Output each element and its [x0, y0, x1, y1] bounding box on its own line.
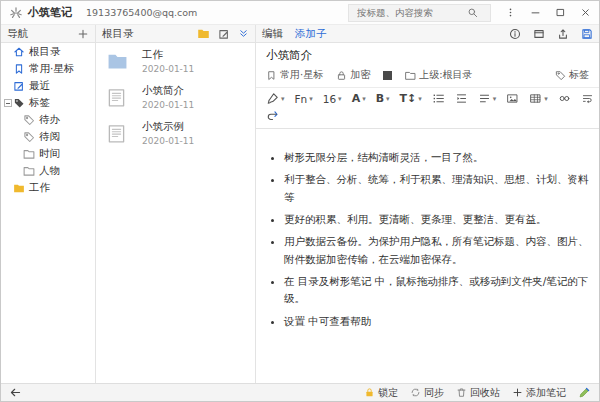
wrap-button[interactable]	[581, 92, 594, 105]
sidebar: 导航 根目录 常用·星标 最近 标签 待办 待阅 时间 人物	[1, 25, 96, 383]
new-note-icon[interactable]	[218, 28, 230, 40]
note-bullet: 利于整合、分析、统筹，利于积累、理清知识、思想、计划、资料等	[284, 171, 591, 206]
editor-panel: 编辑 添加子 小筑简介 常用·星标 加密	[256, 25, 599, 383]
insert-table-button[interactable]	[529, 92, 548, 105]
collapse-all-icon[interactable]	[238, 28, 249, 39]
file-item-date: 2020-01-11	[142, 64, 194, 74]
font-color-label: A	[352, 92, 361, 105]
maximize-icon[interactable]	[555, 7, 566, 18]
doc-icon	[104, 120, 134, 146]
note-meta-row: 常用·星标 加密 上级:根目录 标签	[256, 66, 599, 88]
note-bullet: 在 目录及树形笔记 中，鼠标拖动排序、或移动到文件夹/笔记的下级。	[284, 273, 591, 308]
note-bullet: 树形无限分层，结构清晰灵活，一目了然。	[284, 149, 591, 166]
bold-button[interactable]: B	[376, 92, 390, 105]
font-family-label: Fn	[295, 93, 308, 105]
file-list-item[interactable]: 工作 2020-01-11	[96, 43, 255, 79]
font-size-label: 16	[323, 93, 336, 105]
lock-outline-icon	[336, 70, 347, 81]
sidebar-item[interactable]: 时间	[1, 145, 95, 162]
edit-mode-label: 编辑	[262, 27, 283, 41]
app-title: 小筑笔记	[28, 5, 72, 20]
heading-button[interactable]: T↕	[400, 92, 422, 105]
info-icon[interactable]	[509, 28, 521, 40]
window-layout-icon[interactable]	[533, 28, 545, 40]
sidebar-item[interactable]: 人物	[1, 162, 95, 179]
search-box[interactable]	[348, 4, 491, 22]
insert-image-button[interactable]	[506, 92, 519, 105]
sidebar-header: 导航	[1, 25, 95, 43]
save-icon[interactable]	[581, 28, 593, 40]
align-button[interactable]	[478, 92, 497, 105]
sidebar-title: 导航	[7, 27, 28, 41]
parent-link[interactable]: 上级:根目录	[405, 68, 472, 82]
menu-kebab-icon[interactable]	[505, 7, 516, 18]
bookmark-icon	[266, 70, 277, 81]
caret-down-icon	[281, 95, 285, 103]
back-icon[interactable]	[9, 386, 22, 399]
tags-icon	[13, 97, 25, 109]
caret-down-icon	[338, 95, 342, 103]
font-family-button[interactable]: Fn	[295, 93, 313, 105]
search-input[interactable]	[355, 6, 467, 19]
sidebar-item[interactable]: 工作	[1, 179, 95, 196]
sync-label: 同步	[424, 386, 444, 400]
sidebar-item[interactable]: 标签	[1, 94, 95, 111]
file-list-title: 根目录	[102, 27, 134, 41]
note-content[interactable]: 树形无限分层，结构清晰灵活，一目了然。利于整合、分析、统筹，利于积累、理清知识、…	[256, 129, 599, 383]
lock-icon	[364, 387, 375, 398]
minimize-icon[interactable]	[530, 7, 541, 18]
sidebar-item[interactable]: 根目录	[1, 43, 95, 60]
export-icon[interactable]	[557, 28, 569, 40]
add-note-button[interactable]: 添加笔记	[512, 386, 566, 400]
format-painter-button[interactable]	[266, 92, 285, 105]
tag-button[interactable]: 标签	[555, 68, 589, 82]
sidebar-item-label: 标签	[29, 96, 50, 110]
file-list-item[interactable]: 小筑示例 2020-01-11	[96, 115, 255, 151]
encrypt-toggle[interactable]: 加密	[336, 68, 370, 82]
file-list-item[interactable]: 小筑简介 2020-01-11	[96, 79, 255, 115]
file-item-title: 工作	[142, 48, 194, 62]
sync-button[interactable]: 同步	[410, 386, 444, 400]
plus-icon	[512, 387, 523, 398]
indent-list-button[interactable]	[455, 92, 468, 105]
app-logo-icon	[9, 6, 23, 20]
encrypt-label: 加密	[350, 68, 370, 82]
note-bullet: 用户数据云备份。为保护用户隐私，所有笔记标题、内容、图片、附件数据加密传输，在云…	[284, 233, 591, 268]
color-swatch[interactable]	[383, 71, 392, 80]
add-nav-icon[interactable]	[77, 28, 89, 40]
folder-icon	[13, 182, 25, 194]
doc-icon	[104, 84, 134, 110]
account-email[interactable]: 19133765400@qq.com	[86, 7, 197, 18]
sidebar-item[interactable]: 待阅	[1, 128, 95, 145]
star-toggle[interactable]: 常用·星标	[266, 68, 323, 82]
search-icon[interactable]	[467, 7, 478, 18]
recycle-bin-button[interactable]: 回收站	[456, 386, 500, 400]
file-list-panel: 根目录 工作 2020-01-11 小筑简介 2020-01-11 小筑示例 2…	[96, 25, 256, 383]
compose-icon[interactable]	[578, 386, 591, 399]
close-icon[interactable]	[580, 7, 591, 18]
insert-link-button[interactable]	[558, 92, 571, 105]
heading-label: T↕	[400, 92, 417, 105]
sidebar-item[interactable]: 最近	[1, 77, 95, 94]
sidebar-item[interactable]: 常用·星标	[1, 60, 95, 77]
font-size-button[interactable]: 16	[323, 93, 342, 105]
folder-o-icon	[23, 148, 35, 160]
add-child-link[interactable]: 添加子	[295, 27, 327, 41]
sidebar-item[interactable]: 待办	[1, 111, 95, 128]
folder-o-icon	[23, 165, 35, 177]
caret-down-icon	[309, 95, 313, 103]
note-title[interactable]: 小筑简介	[256, 43, 599, 66]
bullet-list-button[interactable]	[432, 92, 445, 105]
font-color-button[interactable]: A	[352, 92, 366, 105]
lock-button[interactable]: 锁定	[364, 386, 398, 400]
redo-button[interactable]	[266, 109, 279, 122]
caret-down-icon	[362, 95, 366, 103]
star-label: 常用·星标	[280, 68, 323, 82]
tree-expander-icon[interactable]	[4, 99, 12, 107]
caret-down-icon	[418, 95, 422, 103]
new-folder-icon[interactable]	[197, 27, 210, 40]
main-area: 导航 根目录 常用·星标 最近 标签 待办 待阅 时间 人物	[1, 25, 599, 383]
sidebar-item-label: 时间	[39, 147, 60, 161]
bullet-list-icon	[432, 92, 445, 105]
add-note-label: 添加笔记	[526, 386, 566, 400]
